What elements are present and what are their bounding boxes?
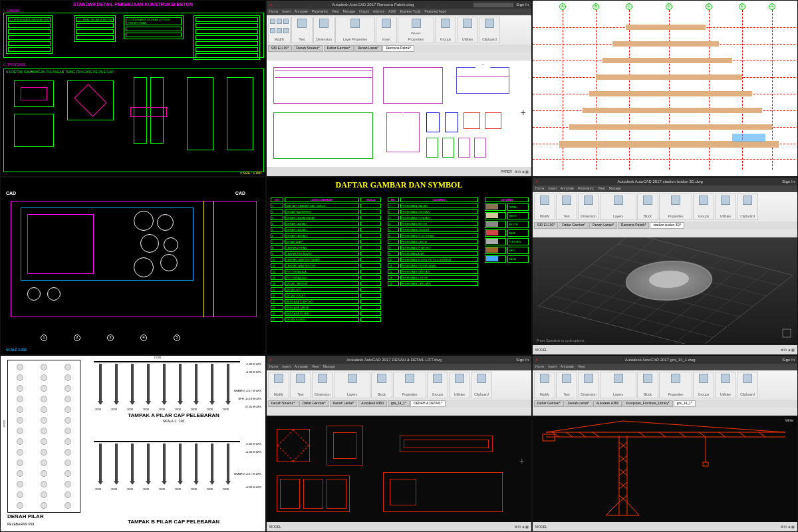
svg-line-38 [699, 432, 706, 437]
drawing-canvas[interactable]: + [267, 61, 531, 167]
titlebar: A Autodesk AutoCAD 2017 Rancana Pabrik.d… [267, 1, 531, 9]
paste-icon[interactable] [485, 19, 494, 28]
cursor-crosshair-icon: + [519, 456, 525, 466]
status-icons[interactable]: ⊞ ⊡ ◈ ▦ [515, 170, 529, 174]
thumb-autocad-crane[interactable]: AAutodesk AutoCAD 2017 gra_14_1.dwgSign … [532, 355, 798, 532]
search-input[interactable] [473, 3, 513, 7]
menu-view[interactable]: View [332, 9, 339, 15]
menu-output[interactable]: Output [359, 9, 369, 15]
ribbon-annotation[interactable]: Text [291, 17, 313, 43]
ribbon: Modify Text Dimension Layer Properties I… [267, 15, 531, 67]
menu-express[interactable]: Express Tools [400, 9, 421, 15]
thumb-section-red[interactable]: A B C D E F G [532, 0, 798, 177]
svg-line-40 [739, 432, 745, 437]
statusbar: PAPER⊞ ⊡ ◈ ▦ [267, 167, 531, 176]
ribbon-modify[interactable]: Modify [268, 17, 291, 43]
app-menu-icon[interactable]: A [269, 3, 272, 7]
menu-home[interactable]: Home [269, 9, 278, 15]
file-tab[interactable]: 930 E1100* [268, 45, 292, 52]
ribbon-dimension[interactable]: Dimension [313, 17, 334, 43]
svg-line-32 [566, 432, 573, 437]
signin-button[interactable]: Sign In [516, 3, 529, 7]
svg-rect-45 [703, 462, 708, 466]
svg-line-43 [623, 421, 785, 432]
c5-title: DAFTAR GAMBAR DAN SYMBOL [267, 178, 531, 193]
thumb-site-plan[interactable]: CAD CAD 1 2 3 4 5 SCALE 1:200 [0, 177, 266, 355]
svg-line-41 [759, 432, 765, 437]
svg-line-34 [593, 432, 599, 437]
menu-featured[interactable]: Featured Apps [425, 9, 447, 15]
svg-line-39 [719, 432, 726, 437]
thumb-pile-drawing[interactable]: DENAH PILAR PELEBARAN P29 17000 20002000… [0, 355, 266, 532]
file-tab[interactable]: Denah Lantai* [354, 45, 382, 52]
file-tab[interactable]: Denah Struktur* [293, 45, 323, 52]
ribbon-block[interactable]: Insert [376, 17, 397, 43]
thumb-autocad-lift[interactable]: AAutodesk AutoCAD 2017 DENAH & DETAIL LI… [266, 355, 532, 532]
drawing-list-table: NO.JUDUL GAMBARSKALA 1DAFTAR GAMBAR DAN … [269, 196, 382, 323]
menu-annotate[interactable]: Annotate [295, 9, 308, 15]
thumb-cad-beton[interactable]: STANDAR DETAIL PEKERJAAN KONSTRUKSI BETO… [0, 0, 266, 177]
file-tab-active[interactable]: Rencana Pabrik* [382, 45, 414, 52]
menu-insert[interactable]: Insert [282, 9, 291, 15]
layer-properties-icon[interactable] [350, 19, 360, 28]
group-icon[interactable] [441, 19, 450, 28]
menu-parametric[interactable]: Parametric [312, 9, 328, 15]
status-mode[interactable]: PAPER [501, 170, 512, 174]
menu-addins[interactable]: Add-ins [373, 9, 384, 15]
thumb-autocad-stadium[interactable]: AAutodesk AutoCAD 2017 stadion istalon 3… [532, 177, 798, 355]
ribbon-clipboard[interactable]: Clipboard [479, 17, 500, 43]
viewcube-icon[interactable] [780, 327, 793, 342]
svg-line-35 [639, 432, 646, 437]
dimension-icon[interactable] [319, 19, 329, 28]
thumbnail-grid: STANDAR DETAIL PEKERJAAN KONSTRUKSI BETO… [0, 0, 798, 532]
ribbon-properties[interactable]: ByLayerProperties [398, 17, 434, 43]
3d-viewport[interactable]: Press Spacebar to cycle options [533, 237, 797, 345]
menu-manage[interactable]: Manage [343, 9, 355, 15]
menu-a360[interactable]: A360 [388, 9, 396, 15]
svg-line-6 [552, 295, 713, 337]
text-icon[interactable] [297, 19, 307, 28]
ribbon-layers[interactable]: Layer Properties [335, 17, 375, 43]
c1-title: STANDAR DETAIL PEKERJAAN KONSTRUKSI BETO… [1, 1, 265, 8]
svg-rect-46 [543, 434, 555, 441]
c1-sec-pondasi: II. PONDASI [1, 62, 29, 67]
svg-line-37 [679, 432, 686, 437]
cursor-crosshair-icon: + [521, 107, 526, 118]
ribbon-groups[interactable]: Groups [435, 17, 456, 43]
file-tabstrip: 930 E1100* Denah Struktur* Daftar Gambar… [267, 45, 531, 53]
thumb-daftar-gambar[interactable]: DAFTAR GAMBAR DAN SYMBOL NO.JUDUL GAMBAR… [266, 177, 532, 355]
menubar: Home Insert Annotate Parametric View Man… [267, 9, 531, 15]
svg-line-28 [627, 502, 639, 515]
svg-line-33 [579, 432, 586, 437]
measure-icon[interactable] [463, 19, 472, 28]
match-properties-icon[interactable] [412, 19, 421, 28]
file-tab[interactable]: Daftar Gambar* [324, 45, 354, 52]
thumb-autocad-pabrik[interactable]: A Autodesk AutoCAD 2017 Rancana Pabrik.d… [266, 0, 532, 177]
svg-line-36 [659, 432, 666, 437]
notes-table: NO.CATATAN 1PEKERJAAN GALIAN2PEKERJAAN U… [386, 196, 479, 287]
svg-line-42 [546, 421, 623, 432]
svg-line-27 [606, 502, 619, 515]
svg-rect-13 [783, 329, 791, 337]
drawing-canvas[interactable]: Wire [533, 416, 797, 522]
drawing-canvas[interactable]: + [267, 416, 531, 522]
ribbon-utilities[interactable]: Utilities [457, 17, 478, 43]
insert-block-icon[interactable] [382, 19, 391, 28]
legend-table: CATATAN TANAHPASIRBETONBATAPLESTERKAYUKA… [483, 196, 530, 264]
